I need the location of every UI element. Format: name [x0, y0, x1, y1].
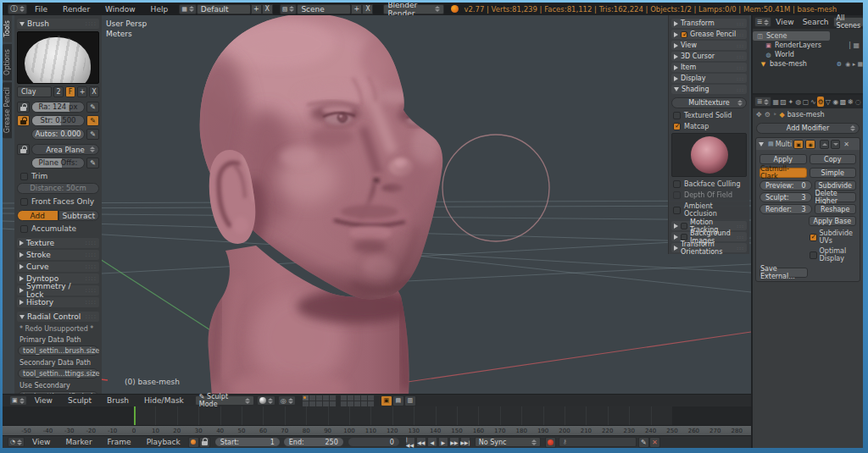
- sculpt-plane-select[interactable]: Area Plane: [31, 144, 99, 155]
- delete-scene-button[interactable]: X: [362, 4, 373, 14]
- apply-base-button[interactable]: Apply Base: [809, 216, 857, 226]
- outliner-menu-view[interactable]: View: [771, 18, 798, 26]
- tab-data[interactable]: ▽: [825, 97, 832, 107]
- item-panel-header[interactable]: Item:::: [671, 63, 747, 72]
- menu-window[interactable]: Window: [97, 5, 143, 14]
- timeline-menu-playback[interactable]: Playback: [139, 438, 188, 446]
- current-frame-field[interactable]: 0: [348, 437, 400, 447]
- view3d-menu-brush[interactable]: Brush: [99, 396, 136, 405]
- trim-checkbox[interactable]: [20, 173, 28, 180]
- distance-slider[interactable]: Distance: 50cm: [17, 183, 99, 194]
- brush-users-count[interactable]: 2: [53, 86, 64, 97]
- render-level-slider[interactable]: Render:3: [760, 204, 812, 214]
- render-engine-select[interactable]: Blender Render: [383, 4, 444, 14]
- editor-type-info-button[interactable]: ⓘ: [8, 4, 27, 14]
- timeline-menu-view[interactable]: View: [25, 438, 58, 446]
- menu-help[interactable]: Help: [143, 5, 176, 14]
- subdivide-uvs-checkbox[interactable]: [810, 234, 817, 241]
- modifier-move-down[interactable]: [831, 140, 840, 149]
- dof-checkbox[interactable]: [673, 191, 681, 199]
- matcap-checkbox[interactable]: [673, 123, 681, 130]
- viewport-shading-select[interactable]: [257, 395, 275, 406]
- prev-keyframe-button[interactable]: ◀◀: [416, 437, 426, 447]
- primary-data-path-field[interactable]: tool_settin...brush.size: [18, 345, 98, 356]
- save-external-button[interactable]: Save External...: [760, 268, 808, 278]
- strength-slider[interactable]: Str: 0.500: [31, 115, 85, 126]
- textured-solid-checkbox[interactable]: [673, 112, 681, 119]
- screen-layout-name[interactable]: Default: [197, 4, 251, 14]
- modifier-render-toggle[interactable]: ▣: [793, 140, 804, 149]
- symmetry-panel-header[interactable]: Symmetry / Lock::::: [17, 285, 99, 296]
- delete-higher-button[interactable]: Delete Higher: [815, 192, 857, 202]
- ambient-occlusion-checkbox[interactable]: [673, 207, 681, 214]
- radius-slider[interactable]: Ra: 124 px: [31, 102, 85, 113]
- layers-grid-1[interactable]: [303, 395, 336, 406]
- autokey-toggle[interactable]: [188, 437, 199, 448]
- brush-panel-header[interactable]: Brush::::: [17, 19, 99, 29]
- tab-particles[interactable]: ❋: [847, 97, 854, 107]
- jump-to-end-button[interactable]: ▶▶|: [460, 437, 470, 447]
- reshape-button[interactable]: Reshape: [815, 204, 857, 214]
- view3d-menu-view[interactable]: View: [27, 396, 60, 405]
- tab-object[interactable]: ▢: [803, 97, 810, 107]
- radial-control-panel-header[interactable]: Radial Control::::: [17, 312, 99, 322]
- menu-render[interactable]: Render: [55, 5, 97, 14]
- add-mode-button[interactable]: Add: [17, 210, 58, 221]
- snap-toggle[interactable]: ▣: [381, 395, 392, 406]
- secondary-data-path-field[interactable]: tool_settin...ttings.size: [18, 368, 98, 378]
- editor-type-timeline-button[interactable]: ◔: [8, 437, 25, 447]
- tab-render[interactable]: ▦: [772, 97, 779, 107]
- screen-layout-icon[interactable]: ▦: [179, 4, 197, 14]
- play-button[interactable]: ▶: [438, 437, 448, 447]
- transform-orientations-panel-header[interactable]: Transform Orientations:::: [671, 243, 747, 252]
- end-frame-field[interactable]: End:250: [283, 437, 344, 447]
- plane-lock-icon[interactable]: [17, 144, 30, 155]
- timeline-tracks[interactable]: [3, 406, 751, 425]
- sculpt-level-slider[interactable]: Sculpt:3: [760, 192, 812, 202]
- view3d-menu-sculpt[interactable]: Sculpt: [60, 396, 99, 405]
- timeline-menu-frame[interactable]: Frame: [100, 438, 139, 446]
- tab-texture[interactable]: ▩: [840, 97, 847, 107]
- mode-select[interactable]: ✎ Sculpt Mode: [195, 395, 254, 406]
- tab-world[interactable]: ◍: [795, 97, 802, 107]
- record-button[interactable]: [545, 437, 556, 448]
- autosmooth-slider[interactable]: Autos: 0.000: [31, 129, 85, 140]
- scene-name[interactable]: Scene: [297, 4, 351, 14]
- outliner-item-base-mesh[interactable]: ▼base-mesh⚙ ◉ ▸ ▦: [753, 59, 863, 69]
- keying-set-field[interactable]: ⚷: [559, 437, 637, 447]
- next-keyframe-button[interactable]: ▶▶: [449, 437, 459, 447]
- copy-button[interactable]: Copy: [810, 154, 857, 164]
- matcap-preview[interactable]: [671, 133, 747, 177]
- stroke-panel-header[interactable]: Stroke::::: [17, 250, 99, 260]
- tab-physics[interactable]: ◌: [854, 97, 861, 107]
- outliner-item-world[interactable]: ◍World: [753, 50, 863, 59]
- front-faces-checkbox[interactable]: [20, 198, 28, 206]
- jump-to-start-button[interactable]: |◀◀: [405, 437, 415, 447]
- outliner-menu-search[interactable]: Search: [798, 18, 833, 26]
- display-panel-header[interactable]: Display:::: [671, 74, 747, 83]
- add-brush-button[interactable]: +: [77, 86, 87, 97]
- view3d-menu-hidemask[interactable]: Hide/Mask: [136, 396, 192, 405]
- outliner-item-scene[interactable]: ◫Scene: [753, 31, 830, 41]
- apply-button[interactable]: Apply: [760, 154, 807, 164]
- shading-mode-select[interactable]: Multitexture: [671, 97, 747, 108]
- start-frame-field[interactable]: Start:1: [214, 437, 281, 447]
- timeline-ruler[interactable]: -50-40-30-20-100102030405060708090100110…: [3, 425, 751, 435]
- cursor-panel-header[interactable]: 3D Cursor:::: [671, 52, 747, 61]
- menu-file[interactable]: File: [27, 5, 55, 14]
- backface-culling-checkbox[interactable]: [673, 180, 681, 188]
- outliner-item-renderlayers[interactable]: ▣RenderLayers| ▦: [753, 41, 863, 50]
- plane-offset-slider[interactable]: Plane Offs: 0m: [31, 157, 85, 168]
- tab-constraints[interactable]: ∿: [810, 97, 816, 107]
- editor-type-outliner-button[interactable]: ☰: [754, 17, 771, 27]
- current-frame-indicator[interactable]: [134, 406, 136, 425]
- radius-unified-lock[interactable]: [17, 102, 30, 113]
- shading-panel-header[interactable]: Shading:::: [671, 85, 747, 94]
- strength-unified-lock[interactable]: [17, 115, 30, 126]
- tab-options[interactable]: Options: [3, 44, 12, 80]
- plane-offset-toggle[interactable]: ✎: [86, 157, 99, 168]
- catmull-clark-button[interactable]: Catmull-Clark: [760, 168, 807, 178]
- render-opengl-anim-button[interactable]: ▥: [404, 395, 416, 406]
- autosmooth-pressure-toggle[interactable]: ✎: [86, 129, 99, 140]
- subtract-mode-button[interactable]: Subtract: [58, 210, 100, 221]
